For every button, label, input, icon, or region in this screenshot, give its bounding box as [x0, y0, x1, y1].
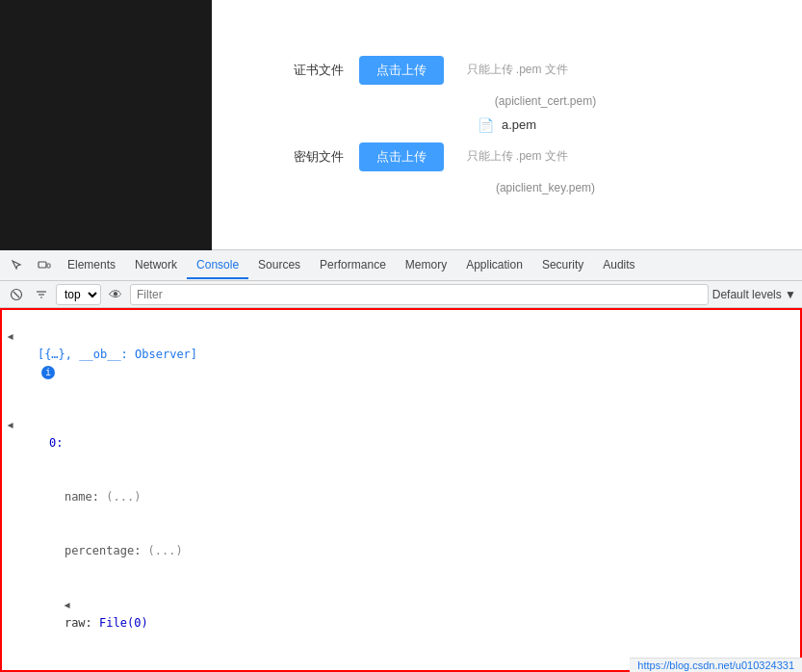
tab-console[interactable]: Console: [187, 252, 248, 279]
svg-line-3: [13, 292, 19, 297]
cert-label: 证书文件: [267, 62, 344, 79]
key-field-row: 密钥文件 点击上传 只能上传 .pem 文件: [267, 142, 748, 171]
key-filename-row: (apiclient_key.pem): [496, 181, 595, 194]
console-line-0: ▼ [{…}, __ob__: Observer] i: [2, 310, 800, 399]
file-icon: 📄: [478, 117, 494, 133]
context-selector[interactable]: top: [56, 284, 101, 305]
tab-memory[interactable]: Memory: [396, 252, 456, 279]
cert-filename-row: (apiclient_cert.pem): [495, 94, 596, 108]
filter-toggle-button[interactable]: [31, 284, 52, 305]
key-upload-button[interactable]: 点击上传: [359, 142, 444, 171]
console-output: ▼ [{…}, __ob__: Observer] i ▼ 0: name: (…: [0, 308, 802, 672]
default-levels-dropdown[interactable]: Default levels ▼: [712, 288, 796, 301]
filter-input[interactable]: [130, 284, 709, 305]
expand-arrow-0[interactable]: ▼: [2, 334, 19, 340]
key-hint: 只能上传 .pem 文件: [467, 148, 568, 165]
tab-application[interactable]: Application: [456, 252, 532, 279]
cert-field-row: 证书文件 点击上传 只能上传 .pem 文件: [267, 56, 748, 85]
info-badge-0[interactable]: i: [41, 366, 55, 379]
cert-file-name: a.pem: [502, 117, 536, 132]
status-url[interactable]: https://blog.csdn.net/u010324331: [637, 659, 794, 671]
key-label: 密钥文件: [267, 148, 344, 166]
tab-sources[interactable]: Sources: [248, 252, 310, 279]
tab-elements[interactable]: Elements: [58, 252, 125, 279]
console-line-1: ▼ 0:: [2, 399, 800, 470]
console-toolbar: top 👁 Default levels ▼: [0, 281, 802, 308]
clear-console-button[interactable]: [6, 284, 27, 305]
cert-hint: 只能上传 .pem 文件: [467, 62, 568, 78]
main-content-area: 证书文件 点击上传 只能上传 .pem 文件 (apiclient_cert.p…: [212, 0, 802, 250]
console-line-3: percentage: (...): [2, 524, 800, 578]
expand-arrow-1[interactable]: ▼: [2, 423, 19, 428]
expand-arrow-4[interactable]: ▼: [59, 603, 76, 608]
cert-file-display: 📄 a.pem: [478, 117, 536, 133]
sidebar-black: [0, 0, 212, 250]
devtools-tabs-bar: Elements Network Console Sources Perform…: [0, 250, 802, 281]
key-filename-hint: (apiclient_key.pem): [496, 181, 595, 194]
tab-network[interactable]: Network: [125, 252, 187, 279]
tab-security[interactable]: Security: [532, 252, 593, 279]
tab-performance[interactable]: Performance: [310, 252, 396, 279]
svg-rect-1: [47, 264, 50, 268]
status-bar: https://blog.csdn.net/u010324331: [630, 658, 802, 672]
cert-filename-hint: (apiclient_cert.pem): [495, 94, 596, 108]
inspect-icon[interactable]: [4, 252, 31, 279]
console-line-4: ▼ raw: File(0): [2, 578, 800, 650]
cert-upload-button[interactable]: 点击上传: [359, 56, 444, 85]
svg-rect-0: [39, 262, 46, 268]
console-line-2: name: (...): [2, 470, 800, 524]
tab-audits[interactable]: Audits: [593, 252, 644, 279]
device-toggle-icon[interactable]: [31, 252, 58, 279]
eye-button[interactable]: 👁: [105, 284, 126, 305]
